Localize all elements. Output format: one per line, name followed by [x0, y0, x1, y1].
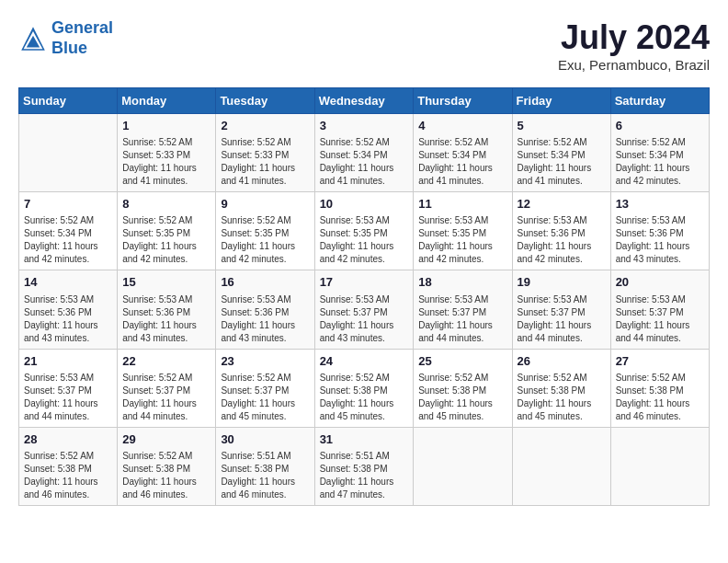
- day-info: Sunrise: 5:53 AM Sunset: 5:36 PM Dayligh…: [24, 293, 112, 345]
- calendar-cell: 11Sunrise: 5:53 AM Sunset: 5:35 PM Dayli…: [414, 192, 512, 270]
- day-info: Sunrise: 5:52 AM Sunset: 5:34 PM Dayligh…: [418, 136, 506, 188]
- day-number: 25: [418, 353, 506, 370]
- weekday-header-friday: Friday: [512, 88, 610, 114]
- day-number: 23: [221, 353, 309, 370]
- week-row-2: 7Sunrise: 5:52 AM Sunset: 5:34 PM Daylig…: [19, 192, 710, 270]
- page-header: General Blue July 2024 Exu, Pernambuco, …: [18, 18, 710, 73]
- day-info: Sunrise: 5:52 AM Sunset: 5:33 PM Dayligh…: [221, 136, 309, 188]
- calendar-cell: 30Sunrise: 5:51 AM Sunset: 5:38 PM Dayli…: [216, 427, 314, 505]
- calendar-cell: 13Sunrise: 5:53 AM Sunset: 5:36 PM Dayli…: [610, 192, 709, 270]
- calendar-cell: 12Sunrise: 5:53 AM Sunset: 5:36 PM Dayli…: [512, 192, 610, 270]
- day-info: Sunrise: 5:52 AM Sunset: 5:35 PM Dayligh…: [122, 214, 210, 266]
- logo-text: General Blue: [51, 18, 113, 58]
- day-info: Sunrise: 5:51 AM Sunset: 5:38 PM Dayligh…: [320, 450, 409, 501]
- day-number: 18: [418, 274, 506, 291]
- day-info: Sunrise: 5:52 AM Sunset: 5:38 PM Dayligh…: [616, 372, 704, 423]
- day-info: Sunrise: 5:53 AM Sunset: 5:37 PM Dayligh…: [320, 293, 409, 345]
- day-number: 10: [320, 196, 409, 213]
- weekday-header-sunday: Sunday: [19, 88, 118, 114]
- week-row-3: 14Sunrise: 5:53 AM Sunset: 5:36 PM Dayli…: [19, 270, 710, 349]
- day-info: Sunrise: 5:53 AM Sunset: 5:35 PM Dayligh…: [320, 214, 409, 266]
- calendar-cell: 7Sunrise: 5:52 AM Sunset: 5:34 PM Daylig…: [19, 192, 118, 270]
- calendar-cell: 29Sunrise: 5:52 AM Sunset: 5:38 PM Dayli…: [118, 427, 216, 505]
- day-number: 30: [221, 431, 309, 448]
- calendar-cell: 27Sunrise: 5:52 AM Sunset: 5:38 PM Dayli…: [610, 349, 709, 427]
- calendar-cell: 9Sunrise: 5:52 AM Sunset: 5:35 PM Daylig…: [216, 192, 314, 270]
- title-block: July 2024 Exu, Pernambuco, Brazil: [558, 18, 710, 73]
- day-number: 17: [320, 274, 409, 291]
- day-number: 3: [320, 118, 409, 134]
- week-row-4: 21Sunrise: 5:53 AM Sunset: 5:37 PM Dayli…: [19, 349, 710, 427]
- day-info: Sunrise: 5:52 AM Sunset: 5:38 PM Dayligh…: [24, 450, 112, 501]
- calendar-cell: 2Sunrise: 5:52 AM Sunset: 5:33 PM Daylig…: [216, 114, 314, 192]
- day-info: Sunrise: 5:52 AM Sunset: 5:35 PM Dayligh…: [221, 214, 309, 266]
- calendar-cell: 15Sunrise: 5:53 AM Sunset: 5:36 PM Dayli…: [118, 270, 216, 349]
- month-title: July 2024: [558, 18, 710, 57]
- day-number: 9: [221, 196, 309, 213]
- day-info: Sunrise: 5:52 AM Sunset: 5:34 PM Dayligh…: [320, 136, 409, 188]
- day-info: Sunrise: 5:52 AM Sunset: 5:38 PM Dayligh…: [320, 372, 409, 423]
- day-number: 11: [418, 196, 506, 213]
- calendar-cell: 1Sunrise: 5:52 AM Sunset: 5:33 PM Daylig…: [118, 114, 216, 192]
- calendar-cell: 26Sunrise: 5:52 AM Sunset: 5:38 PM Dayli…: [512, 349, 610, 427]
- weekday-header-tuesday: Tuesday: [216, 88, 314, 114]
- day-number: 1: [122, 118, 210, 134]
- day-info: Sunrise: 5:53 AM Sunset: 5:37 PM Dayligh…: [24, 372, 112, 423]
- day-info: Sunrise: 5:52 AM Sunset: 5:33 PM Dayligh…: [122, 136, 210, 188]
- calendar-table: SundayMondayTuesdayWednesdayThursdayFrid…: [18, 87, 710, 506]
- calendar-cell: 28Sunrise: 5:52 AM Sunset: 5:38 PM Dayli…: [19, 427, 118, 505]
- calendar-cell: 20Sunrise: 5:53 AM Sunset: 5:37 PM Dayli…: [610, 270, 709, 349]
- day-info: Sunrise: 5:52 AM Sunset: 5:38 PM Dayligh…: [418, 372, 506, 423]
- calendar-cell: [414, 427, 512, 505]
- day-number: 15: [122, 274, 210, 291]
- day-number: 8: [122, 196, 210, 213]
- day-info: Sunrise: 5:53 AM Sunset: 5:37 PM Dayligh…: [418, 293, 506, 345]
- day-info: Sunrise: 5:53 AM Sunset: 5:35 PM Dayligh…: [418, 214, 506, 266]
- day-info: Sunrise: 5:53 AM Sunset: 5:36 PM Dayligh…: [518, 214, 606, 266]
- calendar-cell: 6Sunrise: 5:52 AM Sunset: 5:34 PM Daylig…: [610, 114, 709, 192]
- weekday-header-wednesday: Wednesday: [314, 88, 414, 114]
- day-number: 4: [418, 118, 506, 134]
- day-number: 7: [24, 196, 112, 213]
- day-number: 22: [122, 353, 210, 370]
- calendar-cell: [19, 114, 118, 192]
- calendar-cell: 18Sunrise: 5:53 AM Sunset: 5:37 PM Dayli…: [414, 270, 512, 349]
- calendar-cell: 4Sunrise: 5:52 AM Sunset: 5:34 PM Daylig…: [414, 114, 512, 192]
- calendar-cell: 22Sunrise: 5:52 AM Sunset: 5:37 PM Dayli…: [118, 349, 216, 427]
- day-info: Sunrise: 5:53 AM Sunset: 5:37 PM Dayligh…: [518, 293, 606, 345]
- day-info: Sunrise: 5:53 AM Sunset: 5:36 PM Dayligh…: [122, 293, 210, 345]
- day-info: Sunrise: 5:52 AM Sunset: 5:37 PM Dayligh…: [221, 372, 309, 423]
- weekday-header-monday: Monday: [118, 88, 216, 114]
- calendar-cell: 19Sunrise: 5:53 AM Sunset: 5:37 PM Dayli…: [512, 270, 610, 349]
- day-number: 26: [518, 353, 606, 370]
- day-number: 20: [616, 274, 704, 291]
- day-number: 21: [24, 353, 112, 370]
- calendar-cell: 16Sunrise: 5:53 AM Sunset: 5:36 PM Dayli…: [216, 270, 314, 349]
- day-number: 27: [616, 353, 704, 370]
- logo: General Blue: [18, 18, 113, 58]
- calendar-cell: 23Sunrise: 5:52 AM Sunset: 5:37 PM Dayli…: [216, 349, 314, 427]
- day-number: 5: [518, 118, 606, 134]
- day-number: 28: [24, 431, 112, 448]
- day-info: Sunrise: 5:52 AM Sunset: 5:37 PM Dayligh…: [122, 372, 210, 423]
- day-info: Sunrise: 5:51 AM Sunset: 5:38 PM Dayligh…: [221, 450, 309, 501]
- calendar-cell: 21Sunrise: 5:53 AM Sunset: 5:37 PM Dayli…: [19, 349, 118, 427]
- calendar-cell: [512, 427, 610, 505]
- week-row-5: 28Sunrise: 5:52 AM Sunset: 5:38 PM Dayli…: [19, 427, 710, 505]
- day-number: 2: [221, 118, 309, 134]
- calendar-cell: [610, 427, 709, 505]
- calendar-cell: 10Sunrise: 5:53 AM Sunset: 5:35 PM Dayli…: [314, 192, 414, 270]
- day-number: 24: [320, 353, 409, 370]
- weekday-header-thursday: Thursday: [414, 88, 512, 114]
- day-info: Sunrise: 5:52 AM Sunset: 5:38 PM Dayligh…: [518, 372, 606, 423]
- day-number: 14: [24, 274, 112, 291]
- day-info: Sunrise: 5:52 AM Sunset: 5:34 PM Dayligh…: [24, 214, 112, 266]
- week-row-1: 1Sunrise: 5:52 AM Sunset: 5:33 PM Daylig…: [19, 114, 710, 192]
- calendar-cell: 31Sunrise: 5:51 AM Sunset: 5:38 PM Dayli…: [314, 427, 414, 505]
- logo-icon: [18, 24, 48, 53]
- day-info: Sunrise: 5:52 AM Sunset: 5:34 PM Dayligh…: [616, 136, 704, 188]
- calendar-cell: 14Sunrise: 5:53 AM Sunset: 5:36 PM Dayli…: [19, 270, 118, 349]
- calendar-cell: 8Sunrise: 5:52 AM Sunset: 5:35 PM Daylig…: [118, 192, 216, 270]
- day-number: 29: [122, 431, 210, 448]
- calendar-cell: 5Sunrise: 5:52 AM Sunset: 5:34 PM Daylig…: [512, 114, 610, 192]
